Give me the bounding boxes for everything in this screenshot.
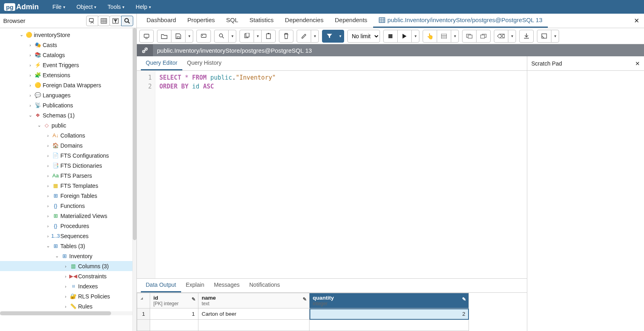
save-dropdown-button[interactable]: ▾ — [185, 30, 193, 43]
filter-dropdown-button[interactable]: ▾ — [336, 30, 344, 43]
save-file-button[interactable] — [171, 30, 186, 43]
tree-vertical-scrollbar[interactable] — [132, 28, 136, 331]
tab-data-output[interactable]: Data Output — [141, 278, 181, 292]
find-dropdown-button[interactable]: ▾ — [228, 30, 236, 43]
row-number[interactable]: 1 — [137, 308, 150, 320]
scratch-pad-textarea[interactable] — [527, 71, 644, 331]
tab-notifications[interactable]: Notifications — [244, 278, 285, 292]
stop-button[interactable] — [383, 30, 398, 43]
tab-explain[interactable]: Explain — [181, 278, 209, 292]
cell-id[interactable]: 1 — [150, 308, 198, 320]
tab-dependents[interactable]: Dependents — [329, 13, 373, 28]
tree-item[interactable]: ⌄◇public — [0, 120, 132, 130]
explain-analyze-button[interactable] — [437, 30, 451, 43]
tree-item[interactable]: ›▥Columns (3) — [0, 261, 132, 271]
chevron-right-icon[interactable]: › — [44, 204, 52, 208]
menu-tools[interactable]: Tools▾ — [102, 0, 130, 14]
chevron-down-icon[interactable]: ⌄ — [27, 113, 34, 118]
delete-row-button[interactable] — [279, 30, 293, 43]
rollback-button[interactable] — [476, 30, 491, 43]
chevron-right-icon[interactable]: › — [27, 73, 34, 78]
tab-sql[interactable]: SQL — [221, 13, 244, 28]
grid-corner[interactable] — [137, 293, 150, 308]
chevron-right-icon[interactable]: › — [44, 133, 52, 138]
chevron-right-icon[interactable]: › — [27, 93, 34, 98]
connection-status-icon[interactable] — [137, 44, 153, 56]
open-file-button[interactable] — [157, 30, 171, 43]
copy-button[interactable] — [239, 30, 254, 43]
commit-button[interactable] — [462, 30, 477, 43]
chevron-right-icon[interactable]: › — [62, 304, 69, 309]
chevron-right-icon[interactable]: › — [62, 264, 69, 269]
data-output-grid[interactable]: id[PK] integer ✎ nametext ✎ quantityinte… — [137, 293, 527, 331]
explain-dropdown-button[interactable]: ▾ — [451, 30, 459, 43]
chevron-down-icon[interactable]: ⌄ — [35, 123, 43, 128]
tree-item[interactable]: ⌄❖Schemas (1) — [0, 110, 132, 120]
chevron-right-icon[interactable]: › — [44, 163, 52, 168]
tab-query-history[interactable]: Query History — [182, 56, 227, 70]
tree-item[interactable]: ›1..3Sequences — [0, 231, 132, 241]
tree-item[interactable]: ›▦FTS Templates — [0, 181, 132, 191]
tree-item[interactable]: ›🎭Casts — [0, 40, 132, 50]
chevron-right-icon[interactable]: › — [44, 234, 52, 238]
download-button[interactable] — [519, 30, 534, 43]
chevron-right-icon[interactable]: › — [27, 103, 34, 108]
connection-path-input[interactable] — [153, 44, 644, 56]
chevron-right-icon[interactable]: › — [44, 173, 52, 178]
chevron-right-icon[interactable]: › — [44, 214, 52, 218]
chevron-right-icon[interactable]: › — [62, 274, 69, 279]
chevron-right-icon[interactable]: › — [44, 183, 52, 188]
find-button[interactable] — [214, 30, 229, 43]
query-tool-button[interactable] — [86, 16, 98, 26]
tab-dependencies[interactable]: Dependencies — [279, 13, 329, 28]
tree-horizontal-scrollbar[interactable] — [0, 311, 132, 315]
execute-dropdown-button[interactable]: ▾ — [411, 30, 419, 43]
tree-item[interactable]: ›⊞Foreign Tables — [0, 191, 132, 201]
tree-item[interactable]: ›{}Functions — [0, 201, 132, 211]
tree-item[interactable]: ›A↓Collations — [0, 130, 132, 140]
table-row[interactable]: 1 1 Carton of beer 2 — [137, 308, 469, 320]
connect-button[interactable] — [139, 30, 154, 43]
col-header-id[interactable]: id[PK] integer ✎ — [150, 293, 198, 308]
tree-item[interactable]: ›🏠Domains — [0, 140, 132, 150]
close-scratch-button[interactable]: ✕ — [635, 60, 640, 67]
tab-messages[interactable]: Messages — [209, 278, 244, 292]
tree-item[interactable]: ›📡Publications — [0, 100, 132, 110]
tree-item[interactable]: ›📏Rules — [0, 301, 132, 311]
menu-help[interactable]: Help▾ — [130, 0, 157, 14]
tree-item[interactable]: ›🟡Foreign Data Wrappers — [0, 80, 132, 90]
tab-query-editor[interactable]: Query Editor — [141, 56, 182, 70]
tree-item[interactable]: ›🔐RLS Policies — [0, 291, 132, 301]
chevron-right-icon[interactable]: › — [27, 43, 34, 47]
chevron-right-icon[interactable]: › — [62, 284, 69, 289]
tree-item[interactable]: ›{}Procedures — [0, 221, 132, 231]
chevron-down-icon[interactable]: ⌄ — [18, 32, 25, 37]
chevron-right-icon[interactable]: › — [44, 224, 52, 228]
tree-item[interactable]: ›⊞Materialized Views — [0, 211, 132, 221]
tab-properties[interactable]: Properties — [182, 13, 220, 28]
save-data-button[interactable] — [196, 30, 211, 43]
tab-query-panel[interactable]: public.Inventory/inventoryStore/postgres… — [373, 13, 548, 28]
tree-item[interactable]: ›AaFTS Parsers — [0, 171, 132, 181]
menu-file[interactable]: File▾ — [47, 0, 71, 14]
chevron-right-icon[interactable]: › — [27, 53, 34, 58]
tree-item[interactable]: ›📄FTS Configurations — [0, 150, 132, 160]
edit-dropdown-button[interactable]: ▾ — [311, 30, 319, 43]
tree-item[interactable]: ⌄🟡inventoryStore — [0, 30, 132, 40]
chevron-right-icon[interactable]: › — [27, 63, 34, 68]
cell-name[interactable]: Carton of beer — [198, 308, 310, 320]
col-header-name[interactable]: nametext ✎ — [198, 293, 310, 308]
object-tree[interactable]: ⌄🟡inventoryStore›🎭Casts›📚Catalogs›⚡Event… — [0, 28, 132, 331]
tree-item[interactable]: ⌄⊞Inventory — [0, 251, 132, 261]
table-row-empty[interactable] — [137, 320, 469, 331]
tree-item[interactable]: ›▶◀Constraints — [0, 271, 132, 281]
chevron-right-icon[interactable]: › — [44, 193, 52, 198]
close-tab-button[interactable]: ✕ — [634, 17, 639, 25]
sql-editor[interactable]: 1 2 SELECT * FROM public."Inventory" ORD… — [137, 71, 527, 278]
chevron-right-icon[interactable]: › — [44, 153, 52, 158]
tree-item[interactable]: ›⌗Indexes — [0, 281, 132, 291]
execute-button[interactable] — [397, 30, 412, 43]
tree-item[interactable]: ›🧩Extensions — [0, 70, 132, 80]
limit-select[interactable]: No limit — [347, 30, 380, 43]
menu-object[interactable]: Object▾ — [71, 0, 102, 14]
